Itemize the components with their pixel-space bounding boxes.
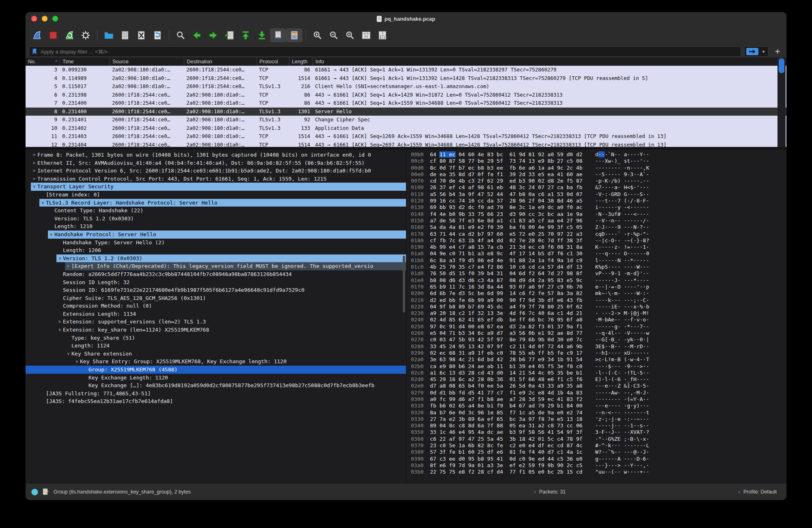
filter-dropdown-caret[interactable]: ▼ bbox=[760, 50, 767, 54]
hex-row[interactable]: 01f0 65 b9 11 7c 16 3d 8a 44 93 07 a6 9f… bbox=[411, 284, 786, 290]
expander-icon[interactable]: > bbox=[73, 358, 81, 365]
column-header-destination[interactable]: Destination bbox=[184, 58, 257, 66]
hex-row[interactable]: 0350 33 1c 46 e4 95 4a dc ae b3 9f 58 56… bbox=[411, 429, 786, 435]
detail-tree-row[interactable]: Length: 1210 bbox=[26, 222, 406, 231]
hex-row[interactable]: 03a0 8f e6 f9 7d 9a 01 a3 3e ef e2 59 f9… bbox=[411, 462, 786, 469]
packet-row[interactable]: 50.1150172a02:908:180:d1a0:…2600:1f18:25… bbox=[26, 82, 786, 91]
expander-icon[interactable]: > bbox=[31, 159, 37, 167]
hex-row[interactable]: 0150 a7 de 56 7f e3 6e 8d a1 c1 83 a5 cf… bbox=[411, 218, 786, 224]
detail-tree-row[interactable]: >Key Share Entry: Group: X25519MLKEM768,… bbox=[26, 358, 406, 366]
hex-row[interactable]: 03b0 22 75 75 e8 f2 28 cf d4 77 f1 05 e0… bbox=[411, 469, 786, 475]
go-first-icon[interactable] bbox=[238, 28, 254, 42]
detail-tree-row[interactable]: >Ethernet II, Src: AVMAudiovisu_41:40:a4… bbox=[26, 159, 406, 167]
hex-row[interactable]: 0230 a9 20 18 c2 1f 32 13 3e 4d f6 7c 40… bbox=[411, 310, 786, 317]
hex-row[interactable]: 0250 97 0c 91 d4 00 e8 67 ea d3 2a 82 f3… bbox=[411, 323, 786, 330]
expander-icon[interactable]: > bbox=[31, 151, 37, 159]
pane-splitter[interactable] bbox=[26, 147, 786, 150]
hex-row[interactable]: 0200 6d 6b 7e d3 5c be 6d 99 14 c6 f2 fe… bbox=[411, 290, 786, 297]
packet-row[interactable]: 120.2314042600:1f18:2544:ce0…2a02:908:18… bbox=[26, 141, 786, 147]
detail-tree-row[interactable]: >Frame 8: Packet, 1301 bytes on wire (10… bbox=[26, 151, 406, 159]
hex-row[interactable]: 0320 8a b7 6e 0d 3c 96 1e 85 f7 1c a5 de… bbox=[411, 409, 786, 416]
selected-ascii-char[interactable]: · bbox=[602, 151, 605, 157]
hex-row[interactable]: 0210 d2 ed bb fe 6b 99 a9 00 90 f7 9d 3b… bbox=[411, 297, 786, 304]
expander-icon[interactable]: > bbox=[56, 255, 64, 262]
display-filter-input[interactable] bbox=[40, 48, 738, 55]
hex-row[interactable]: 02e0 d7 a8 08 65 b4 f0 ee 5a 26 5d 0a 43… bbox=[411, 383, 786, 389]
detail-tree-row[interactable]: Session ID: 6169fe731e22e22174680e4fb9b1… bbox=[26, 286, 406, 294]
hex-row[interactable]: 01d0 76 50 d5 15 f0 39 b4 31 04 6d f2 64… bbox=[411, 270, 786, 277]
detail-tree-row[interactable]: Length: 1124 bbox=[26, 342, 406, 350]
hex-row[interactable]: 02b0 ca e9 80 b6 24 ae ab 11 b1 39 e4 05… bbox=[411, 363, 786, 370]
hex-row[interactable]: 0240 02 4d 85 62 41 65 ef db be ff 66 bc… bbox=[411, 317, 786, 323]
go-last-icon[interactable] bbox=[254, 28, 270, 42]
hex-row[interactable]: 01e0 b8 08 d6 d3 d6 c3 4a 87 08 d9 d4 2a… bbox=[411, 277, 786, 284]
expander-icon[interactable]: > bbox=[65, 351, 72, 357]
expander-icon[interactable]: > bbox=[48, 231, 55, 238]
capture-comment-icon[interactable] bbox=[42, 488, 49, 496]
hex-row[interactable]: 01c0 4b 25 70 35 c7 e4 f2 86 10 c6 cd ca… bbox=[411, 264, 786, 270]
hex-row[interactable]: 0160 5a da 4a 81 e9 e2 f0 39 ba f6 00 4e… bbox=[411, 224, 786, 231]
detail-tree-row[interactable]: >[Expert Info (Chat/Deprecated): This le… bbox=[26, 262, 406, 270]
column-header-no[interactable]: No.^ bbox=[26, 58, 60, 66]
packet-list-scrollbar-thumb[interactable] bbox=[779, 58, 784, 73]
details-scrollbar-thumb[interactable] bbox=[403, 256, 405, 312]
detail-tree-row[interactable]: Key Exchange Length: 1120 bbox=[26, 374, 406, 382]
go-forward-icon[interactable] bbox=[205, 28, 221, 42]
expander-icon[interactable]: > bbox=[65, 262, 71, 270]
expander-icon[interactable]: > bbox=[39, 199, 47, 206]
column-header-source[interactable]: Source bbox=[110, 58, 184, 66]
detail-tree-row[interactable]: >Internet Protocol Version 6, Src: 2600:… bbox=[26, 167, 406, 175]
hex-row[interactable]: 0360 c6 22 af 97 47 25 5a 45 3b 18 42 01… bbox=[411, 436, 786, 442]
resize-columns-icon[interactable] bbox=[358, 28, 374, 42]
column-header-protocol[interactable]: Protocol bbox=[257, 58, 289, 66]
selected-hex-byte[interactable]: ec bbox=[449, 151, 456, 157]
hex-row[interactable]: 00c0 cf 80 87 58 77 be 29 5f 73 74 13 e9… bbox=[411, 158, 786, 164]
packet-row[interactable]: 90.2314012600:1f18:2544:ce0…2a02:908:180… bbox=[26, 116, 786, 124]
detail-tree-row[interactable]: >Extension: supported_versions (len=2) T… bbox=[26, 318, 406, 326]
hex-row[interactable]: 0260 e5 04 71 b3 34 6c a9 d7 a3 56 0b e1… bbox=[411, 330, 786, 336]
detail-tree-row[interactable]: >Key Share extension bbox=[26, 350, 406, 358]
detail-tree-row[interactable]: Version: TLS 1.2 (0x0303) bbox=[26, 215, 406, 223]
detail-tree-row[interactable]: Group: X25519MLKEM768 (4588) bbox=[26, 366, 406, 374]
hex-row[interactable]: 02f0 0d d1 bb fd d5 41 77 c7 f1 e9 2c e8… bbox=[411, 390, 786, 396]
zoom-in-icon[interactable] bbox=[309, 28, 326, 42]
hex-row[interactable]: 0190 4b 99 e4 c7 a8 15 7a cb 21 3d ec c8… bbox=[411, 244, 786, 250]
detail-tree-row[interactable]: >Extension: key_share (len=1124) X25519M… bbox=[26, 326, 406, 334]
column-header-info[interactable]: Info bbox=[313, 58, 786, 66]
packet-row[interactable]: 100.2314022600:1f18:2544:ce0…2a02:908:18… bbox=[26, 124, 786, 133]
packet-row[interactable]: 40.1149892a02:908:180:d1a0:…2600:1f18:25… bbox=[26, 74, 786, 83]
find-packet-icon[interactable] bbox=[173, 28, 189, 42]
detail-tree-row[interactable]: Length: 1206 bbox=[26, 246, 406, 254]
detail-tree-row[interactable]: Key Exchange […]: 4e83bc619d8192a059d0d2… bbox=[26, 381, 406, 390]
close-file-icon[interactable] bbox=[133, 28, 149, 42]
selected-ascii-char[interactable]: · bbox=[598, 151, 602, 157]
stop-capture-icon[interactable] bbox=[45, 28, 61, 42]
packet-list-scrollbar[interactable] bbox=[777, 58, 786, 147]
hex-row[interactable]: 01a0 04 9e c0 71 b1 a3 e8 9c 4f 17 14 b5… bbox=[411, 250, 786, 257]
go-to-packet-icon[interactable] bbox=[221, 28, 238, 42]
expander-icon[interactable]: > bbox=[31, 183, 38, 190]
add-filter-button[interactable]: + bbox=[772, 47, 783, 56]
capture-options-icon[interactable] bbox=[78, 28, 94, 42]
hex-row[interactable]: 0110 a5 56 b4 3a 9f 47 52 44 47 b8 0a c6… bbox=[411, 191, 786, 198]
restart-capture-icon[interactable] bbox=[61, 28, 78, 42]
open-file-icon[interactable] bbox=[101, 28, 117, 42]
column-header-time[interactable]: Time bbox=[60, 58, 110, 66]
hex-row[interactable]: 02d0 45 29 16 6c a2 28 0b 36 01 5f 66 48… bbox=[411, 376, 786, 383]
hex-row[interactable]: 0140 f4 4e b0 9b 33 75 66 23 d3 90 cc 3c… bbox=[411, 211, 786, 218]
hex-row[interactable]: 00f0 cd 70 de 4b c3 2f 62 29 ed b3 90 02… bbox=[411, 178, 786, 184]
hex-row[interactable]: 00d0 8c 0d 7f b7 ec b8 b3 ee fb 6e a6 1a… bbox=[411, 165, 786, 171]
expert-info-icon[interactable] bbox=[31, 489, 38, 496]
colorize-packets-icon[interactable] bbox=[286, 28, 302, 42]
hex-row[interactable]: 00b0 64 11 ec 04 60 4e 83 bc 61 9d 81 92… bbox=[411, 151, 786, 158]
zoom-out-icon[interactable] bbox=[326, 28, 342, 42]
expander-icon[interactable]: > bbox=[31, 167, 37, 175]
hex-row[interactable]: 01b0 6c 8a a3 f9 d5 06 ed 4e 91 88 2a 1a… bbox=[411, 257, 786, 264]
detail-tree-row[interactable]: >Version: TLS 1.2 (0x0303) bbox=[26, 254, 406, 263]
packet-row[interactable]: 30.0992302a02:908:180:d1a0:…2600:1f18:25… bbox=[26, 66, 786, 74]
selected-hex-byte[interactable]: 11 bbox=[439, 151, 449, 157]
hex-row[interactable]: 0280 33 45 24 95 13 42 07 9f c2 11 4d 0f… bbox=[411, 343, 786, 350]
detail-tree-row[interactable]: >TLSv1.3 Record Layer: Handshake Protoco… bbox=[26, 199, 406, 207]
profile-indicator[interactable]: Profile: Default bbox=[743, 489, 777, 495]
detail-tree-row[interactable]: >Transmission Control Protocol, Src Port… bbox=[26, 175, 406, 183]
